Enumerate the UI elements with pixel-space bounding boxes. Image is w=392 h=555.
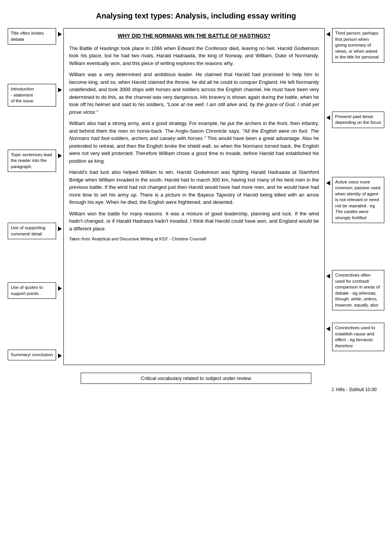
- annotation-intro-statement: Introduction - statement of the issue: [8, 84, 56, 107]
- essay-para-3: William also had a strong army, and a go…: [69, 120, 319, 165]
- annotation-active-voice: Active voice more common; passive used w…: [332, 177, 384, 223]
- essay-para-2: William was a very determined and ambiti…: [69, 71, 319, 116]
- annotation-topic-sentences: Topic sentences lead the reader into the…: [8, 150, 56, 172]
- left-annotations: Title often invites debate Introduction …: [8, 28, 63, 365]
- page-title: Analysing text types: Analysis, includin…: [8, 12, 384, 20]
- annotation-summary: Summary/ conclusion: [8, 350, 56, 360]
- annotation-connectives-contrast: Connectives often used for contrast/ com…: [332, 270, 384, 310]
- annotation-supporting: Use of supporting comment/ detail: [8, 223, 56, 239]
- arrow-supporting: [58, 227, 62, 231]
- arrow-connectives-contrast: [326, 274, 330, 278]
- annotation-quotes: Use of quotes to support points: [8, 282, 56, 299]
- annotation-third-person: Third person; perhaps first person when …: [332, 28, 384, 63]
- essay-para-5: William won the battle for many reasons.…: [69, 210, 319, 233]
- essay-para-4: Harold's bad luck also helped William to…: [69, 168, 319, 206]
- page-attribution: J. Hills - Solihull 10.00: [8, 387, 384, 392]
- arrow-active-voice: [326, 181, 330, 185]
- arrow-title-debate: [58, 32, 62, 37]
- arrow-summary: [58, 353, 62, 358]
- annotation-tense: Present/ past tense depending on the foc…: [332, 112, 384, 128]
- arrow-connectives-cause: [326, 327, 330, 331]
- annotation-title-debate: Title often invites debate: [8, 28, 56, 45]
- arrow-tense: [326, 115, 330, 120]
- essay-content: WHY DID THE NORMANS WIN THE BATTLE OF HA…: [63, 28, 325, 365]
- vocab-footer: Critical vocabulary related to subject u…: [81, 373, 311, 384]
- essay-title: WHY DID THE NORMANS WIN THE BATTLE OF HA…: [69, 32, 319, 40]
- right-annotations: Third person; perhaps first person when …: [325, 28, 384, 365]
- arrow-quotes: [58, 286, 62, 291]
- annotation-connectives-cause: Connectives used to establish cause and …: [332, 323, 384, 351]
- arrow-intro: [58, 88, 62, 92]
- arrow-third-person: [326, 32, 330, 37]
- arrow-topic: [58, 153, 62, 158]
- essay-citation: Taken from 'Analytical and Discursive Wr…: [69, 236, 319, 242]
- essay-para-1: The Battle of Hastings took place in 106…: [69, 45, 319, 67]
